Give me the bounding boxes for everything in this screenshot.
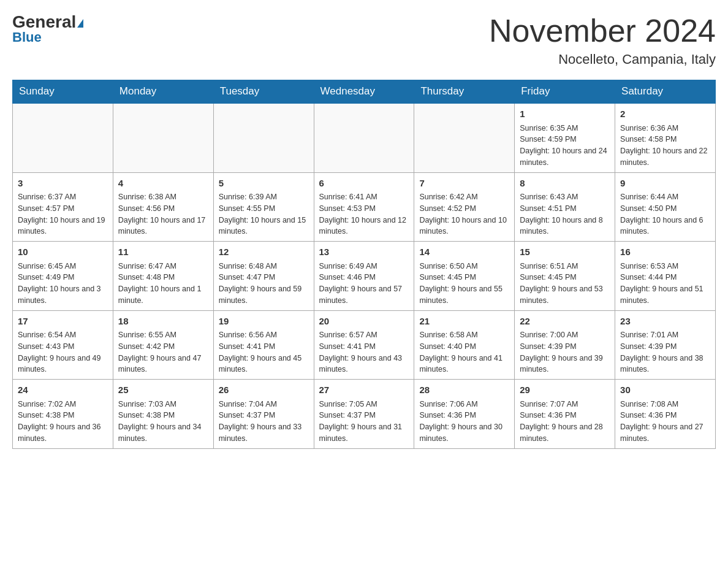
day-info: Sunrise: 7:07 AM Sunset: 4:36 PM Dayligh…	[520, 399, 610, 445]
calendar-cell: 25Sunrise: 7:03 AM Sunset: 4:38 PM Dayli…	[113, 380, 213, 449]
calendar-cell	[113, 103, 213, 172]
day-number: 25	[118, 383, 208, 397]
day-header-friday: Friday	[515, 80, 615, 104]
day-header-thursday: Thursday	[414, 80, 515, 104]
calendar-cell: 14Sunrise: 6:50 AM Sunset: 4:45 PM Dayli…	[414, 242, 515, 311]
calendar-cell: 11Sunrise: 6:47 AM Sunset: 4:48 PM Dayli…	[113, 242, 213, 311]
day-info: Sunrise: 6:44 AM Sunset: 4:50 PM Dayligh…	[620, 191, 710, 237]
day-number: 26	[219, 383, 309, 397]
day-info: Sunrise: 7:03 AM Sunset: 4:38 PM Dayligh…	[118, 399, 208, 445]
day-number: 17	[18, 315, 108, 329]
day-info: Sunrise: 6:36 AM Sunset: 4:58 PM Dayligh…	[620, 123, 710, 169]
calendar-header-row: SundayMondayTuesdayWednesdayThursdayFrid…	[13, 80, 716, 104]
day-number: 23	[620, 315, 710, 329]
day-info: Sunrise: 7:02 AM Sunset: 4:38 PM Dayligh…	[18, 399, 108, 445]
day-info: Sunrise: 6:54 AM Sunset: 4:43 PM Dayligh…	[18, 329, 108, 375]
calendar-cell: 2Sunrise: 6:36 AM Sunset: 4:58 PM Daylig…	[615, 103, 716, 172]
calendar-week-row: 1Sunrise: 6:35 AM Sunset: 4:59 PM Daylig…	[13, 103, 716, 172]
day-info: Sunrise: 6:55 AM Sunset: 4:42 PM Dayligh…	[118, 329, 208, 375]
calendar-cell: 27Sunrise: 7:05 AM Sunset: 4:37 PM Dayli…	[314, 380, 414, 449]
day-info: Sunrise: 6:45 AM Sunset: 4:49 PM Dayligh…	[18, 261, 108, 307]
logo-blue: Blue	[12, 29, 42, 45]
day-info: Sunrise: 6:42 AM Sunset: 4:52 PM Dayligh…	[419, 191, 509, 237]
day-number: 2	[620, 107, 710, 121]
day-info: Sunrise: 6:48 AM Sunset: 4:47 PM Dayligh…	[219, 261, 309, 307]
day-info: Sunrise: 6:57 AM Sunset: 4:41 PM Dayligh…	[319, 329, 409, 375]
calendar-cell: 16Sunrise: 6:53 AM Sunset: 4:44 PM Dayli…	[615, 242, 716, 311]
day-number: 5	[219, 177, 309, 191]
calendar-cell: 23Sunrise: 7:01 AM Sunset: 4:39 PM Dayli…	[615, 310, 716, 380]
day-number: 16	[620, 245, 710, 259]
day-info: Sunrise: 6:38 AM Sunset: 4:56 PM Dayligh…	[118, 191, 208, 237]
logo-triangle-icon	[77, 19, 83, 28]
day-info: Sunrise: 7:08 AM Sunset: 4:36 PM Dayligh…	[620, 399, 710, 445]
day-number: 13	[319, 245, 409, 259]
day-info: Sunrise: 6:47 AM Sunset: 4:48 PM Dayligh…	[118, 261, 208, 307]
calendar-cell: 6Sunrise: 6:41 AM Sunset: 4:53 PM Daylig…	[314, 172, 414, 242]
day-header-saturday: Saturday	[615, 80, 716, 104]
day-info: Sunrise: 7:00 AM Sunset: 4:39 PM Dayligh…	[520, 329, 610, 375]
day-number: 12	[219, 245, 309, 259]
day-number: 30	[620, 383, 710, 397]
day-header-monday: Monday	[113, 80, 213, 104]
day-number: 8	[520, 177, 610, 191]
calendar-cell: 9Sunrise: 6:44 AM Sunset: 4:50 PM Daylig…	[615, 172, 716, 242]
title-section: November 2024 Nocelleto, Campania, Italy	[489, 12, 716, 67]
calendar-cell: 17Sunrise: 6:54 AM Sunset: 4:43 PM Dayli…	[13, 310, 113, 380]
calendar-cell: 21Sunrise: 6:58 AM Sunset: 4:40 PM Dayli…	[414, 310, 515, 380]
day-number: 6	[319, 177, 409, 191]
calendar-cell	[414, 103, 515, 172]
day-number: 4	[118, 177, 208, 191]
day-number: 29	[520, 383, 610, 397]
day-info: Sunrise: 6:51 AM Sunset: 4:45 PM Dayligh…	[520, 261, 610, 307]
day-number: 22	[520, 315, 610, 329]
calendar-cell	[213, 103, 314, 172]
day-number: 28	[419, 383, 509, 397]
day-header-sunday: Sunday	[13, 80, 113, 104]
day-number: 9	[620, 177, 710, 191]
day-number: 1	[520, 107, 610, 121]
day-info: Sunrise: 6:56 AM Sunset: 4:41 PM Dayligh…	[219, 329, 309, 375]
day-info: Sunrise: 6:53 AM Sunset: 4:44 PM Dayligh…	[620, 261, 710, 307]
calendar-cell: 29Sunrise: 7:07 AM Sunset: 4:36 PM Dayli…	[515, 380, 615, 449]
day-number: 21	[419, 315, 509, 329]
day-number: 11	[118, 245, 208, 259]
calendar-cell: 8Sunrise: 6:43 AM Sunset: 4:51 PM Daylig…	[515, 172, 615, 242]
day-info: Sunrise: 6:58 AM Sunset: 4:40 PM Dayligh…	[419, 329, 509, 375]
calendar-cell: 12Sunrise: 6:48 AM Sunset: 4:47 PM Dayli…	[213, 242, 314, 311]
day-header-wednesday: Wednesday	[314, 80, 414, 104]
day-info: Sunrise: 6:37 AM Sunset: 4:57 PM Dayligh…	[18, 191, 108, 237]
calendar-cell: 30Sunrise: 7:08 AM Sunset: 4:36 PM Dayli…	[615, 380, 716, 449]
day-info: Sunrise: 7:01 AM Sunset: 4:39 PM Dayligh…	[620, 329, 710, 375]
calendar-cell: 10Sunrise: 6:45 AM Sunset: 4:49 PM Dayli…	[13, 242, 113, 311]
day-info: Sunrise: 6:41 AM Sunset: 4:53 PM Dayligh…	[319, 191, 409, 237]
calendar-cell: 1Sunrise: 6:35 AM Sunset: 4:59 PM Daylig…	[515, 103, 615, 172]
calendar-cell	[314, 103, 414, 172]
calendar-cell: 15Sunrise: 6:51 AM Sunset: 4:45 PM Dayli…	[515, 242, 615, 311]
calendar-cell: 22Sunrise: 7:00 AM Sunset: 4:39 PM Dayli…	[515, 310, 615, 380]
day-info: Sunrise: 6:39 AM Sunset: 4:55 PM Dayligh…	[219, 191, 309, 237]
calendar-week-row: 24Sunrise: 7:02 AM Sunset: 4:38 PM Dayli…	[13, 380, 716, 449]
calendar-cell	[13, 103, 113, 172]
day-info: Sunrise: 6:35 AM Sunset: 4:59 PM Dayligh…	[520, 123, 610, 169]
logo: General Blue	[12, 12, 83, 45]
day-number: 3	[18, 177, 108, 191]
location: Nocelleto, Campania, Italy	[489, 52, 716, 67]
day-number: 27	[319, 383, 409, 397]
calendar-cell: 19Sunrise: 6:56 AM Sunset: 4:41 PM Dayli…	[213, 310, 314, 380]
day-number: 14	[419, 245, 509, 259]
day-number: 10	[18, 245, 108, 259]
calendar-week-row: 17Sunrise: 6:54 AM Sunset: 4:43 PM Dayli…	[13, 310, 716, 380]
calendar-cell: 18Sunrise: 6:55 AM Sunset: 4:42 PM Dayli…	[113, 310, 213, 380]
day-number: 19	[219, 315, 309, 329]
calendar-cell: 5Sunrise: 6:39 AM Sunset: 4:55 PM Daylig…	[213, 172, 314, 242]
day-number: 24	[18, 383, 108, 397]
day-number: 7	[419, 177, 509, 191]
month-title: November 2024	[489, 12, 716, 49]
day-info: Sunrise: 7:06 AM Sunset: 4:36 PM Dayligh…	[419, 399, 509, 445]
calendar-cell: 4Sunrise: 6:38 AM Sunset: 4:56 PM Daylig…	[113, 172, 213, 242]
day-info: Sunrise: 7:05 AM Sunset: 4:37 PM Dayligh…	[319, 399, 409, 445]
calendar-cell: 28Sunrise: 7:06 AM Sunset: 4:36 PM Dayli…	[414, 380, 515, 449]
day-number: 20	[319, 315, 409, 329]
day-info: Sunrise: 6:50 AM Sunset: 4:45 PM Dayligh…	[419, 261, 509, 307]
